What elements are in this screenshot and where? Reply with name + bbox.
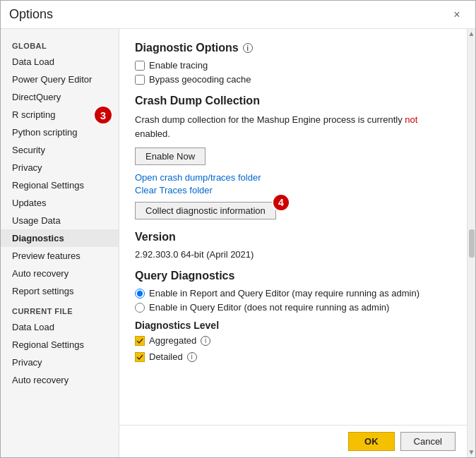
main-scrollbar[interactable]: ▲ ▼ — [467, 29, 475, 457]
radio-query-editor[interactable] — [135, 303, 145, 313]
diag-level-title: Diagnostics Level — [135, 320, 451, 331]
dialog-body: 3 GLOBAL Data Load Power Query Editor Di… — [1, 29, 475, 457]
options-dialog: Options × 3 GLOBAL Data Load Power Query… — [0, 0, 476, 458]
aggregated-row: Aggregated i — [135, 335, 451, 346]
main-panel: Diagnostic Options i Enable tracing Bypa… — [119, 29, 467, 457]
detailed-info-icon: i — [187, 352, 197, 362]
query-diagnostics-title: Query Diagnostics — [135, 270, 451, 282]
sidebar-item-preview-features[interactable]: Preview features — [1, 247, 119, 265]
scroll-up-arrow[interactable]: ▲ — [468, 30, 475, 37]
close-button[interactable]: × — [447, 5, 467, 25]
sidebar-item-power-query-editor[interactable]: Power Query Editor — [1, 71, 119, 88]
sidebar-item-cf-auto-recovery[interactable]: Auto recovery — [1, 371, 119, 389]
footer: OK Cancel — [119, 425, 467, 457]
aggregated-label: Aggregated — [149, 335, 196, 346]
badge-3: 3 — [93, 105, 113, 125]
cancel-button[interactable]: Cancel — [400, 432, 456, 451]
enable-tracing-row: Enable tracing — [135, 60, 451, 71]
diagnostic-options-info-icon: i — [243, 43, 253, 53]
detailed-check-icon — [135, 352, 145, 362]
radio2-label: Enable in Query Editor (does not require… — [149, 302, 389, 313]
sidebar-item-report-settings[interactable]: Report settings — [1, 282, 119, 300]
scroll-down-arrow[interactable]: ▼ — [468, 449, 475, 456]
dialog-title: Options — [9, 7, 53, 22]
version-title: Version — [135, 231, 451, 243]
sidebar-item-data-load[interactable]: Data Load — [1, 53, 119, 71]
radio1-row: Enable in Report and Query Editor (may r… — [135, 288, 451, 299]
diagnostic-options-title: Diagnostic Options i — [135, 42, 451, 54]
current-file-section-label: CURRENT FILE — [1, 300, 119, 318]
sidebar-item-privacy[interactable]: Privacy — [1, 159, 119, 176]
global-section-label: GLOBAL — [1, 35, 119, 53]
sidebar-item-diagnostics[interactable]: Diagnostics — [1, 229, 119, 247]
scroll-thumb[interactable] — [469, 229, 475, 258]
enable-tracing-checkbox[interactable] — [135, 61, 145, 71]
sidebar-item-python-scripting[interactable]: Python scripting — [1, 123, 119, 141]
collect-diagnostic-button[interactable]: Collect diagnostic information — [135, 202, 276, 219]
sidebar-item-cf-regional-settings[interactable]: Regional Settings — [1, 336, 119, 354]
detailed-label: Detailed — [149, 351, 183, 362]
badge-4: 4 — [272, 193, 290, 212]
collect-row: Collect diagnostic information 4 — [135, 202, 276, 219]
sidebar: 3 GLOBAL Data Load Power Query Editor Di… — [1, 29, 119, 457]
radio-report-query-editor[interactable] — [135, 289, 145, 299]
open-crash-dump-link[interactable]: Open crash dump/traces folder — [135, 172, 261, 183]
sidebar-item-security[interactable]: Security — [1, 141, 119, 159]
sidebar-item-cf-data-load[interactable]: Data Load — [1, 318, 119, 336]
bypass-geocoding-checkbox[interactable] — [135, 75, 145, 85]
main-content: Diagnostic Options i Enable tracing Bypa… — [119, 29, 467, 425]
enable-tracing-label: Enable tracing — [149, 60, 208, 71]
radio1-label: Enable in Report and Query Editor (may r… — [149, 288, 420, 299]
crash-dump-desc: Crash dump collection for the Mashup Eng… — [135, 113, 451, 140]
clear-traces-link[interactable]: Clear Traces folder — [135, 185, 213, 195]
bypass-geocoding-label: Bypass geocoding cache — [149, 74, 251, 85]
sidebar-item-directquery[interactable]: DirectQuery — [1, 88, 119, 106]
crash-dump-title: Crash Dump Collection — [135, 95, 451, 107]
enable-now-button[interactable]: Enable Now — [135, 147, 206, 165]
version-value: 2.92.303.0 64-bit (April 2021) — [135, 249, 451, 260]
aggregated-info-icon: i — [201, 336, 210, 346]
ok-button[interactable]: OK — [348, 432, 395, 451]
radio2-row: Enable in Query Editor (does not require… — [135, 302, 451, 313]
aggregated-check-icon — [135, 336, 145, 346]
sidebar-item-cf-privacy[interactable]: Privacy — [1, 354, 119, 371]
sidebar-item-regional-settings[interactable]: Regional Settings — [1, 176, 119, 194]
sidebar-item-usage-data[interactable]: Usage Data — [1, 212, 119, 229]
detailed-row: Detailed i — [135, 351, 451, 362]
sidebar-item-updates[interactable]: Updates — [1, 194, 119, 212]
bypass-geocoding-row: Bypass geocoding cache — [135, 74, 451, 85]
titlebar: Options × — [1, 1, 475, 29]
sidebar-item-auto-recovery[interactable]: Auto recovery — [1, 265, 119, 282]
